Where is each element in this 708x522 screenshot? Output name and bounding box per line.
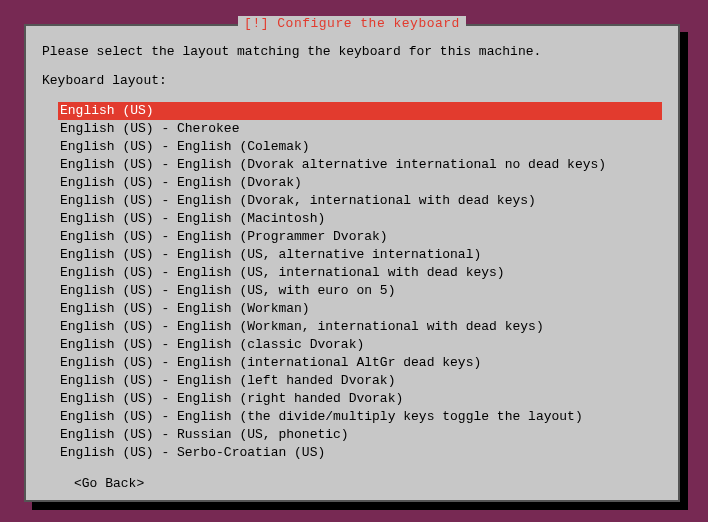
layout-option[interactable]: English (US) - English (international Al… xyxy=(58,354,662,372)
configure-keyboard-dialog: [!] Configure the keyboard Please select… xyxy=(24,24,680,502)
layout-option[interactable]: English (US) - Cherokee xyxy=(58,120,662,138)
layout-option[interactable]: English (US) - English (Dvorak, internat… xyxy=(58,192,662,210)
keyboard-layout-list[interactable]: English (US)English (US) - CherokeeEngli… xyxy=(58,102,662,462)
layout-option[interactable]: English (US) - English (Macintosh) xyxy=(58,210,662,228)
go-back-button[interactable]: <Go Back> xyxy=(74,476,662,491)
dialog-prompt: Please select the layout matching the ke… xyxy=(42,44,662,59)
layout-option[interactable]: English (US) - English (right handed Dvo… xyxy=(58,390,662,408)
dialog-title: [!] Configure the keyboard xyxy=(238,16,466,31)
layout-option[interactable]: English (US) - Russian (US, phonetic) xyxy=(58,426,662,444)
layout-option[interactable]: English (US) - English (Workman) xyxy=(58,300,662,318)
layout-option[interactable]: English (US) - English (the divide/multi… xyxy=(58,408,662,426)
layout-option[interactable]: English (US) - English (Colemak) xyxy=(58,138,662,156)
layout-option[interactable]: English (US) - Serbo-Croatian (US) xyxy=(58,444,662,462)
layout-option[interactable]: English (US) - English (US, with euro on… xyxy=(58,282,662,300)
layout-option[interactable]: English (US) - English (classic Dvorak) xyxy=(58,336,662,354)
layout-option[interactable]: English (US) - English (US, alternative … xyxy=(58,246,662,264)
dialog-title-wrap: [!] Configure the keyboard xyxy=(26,16,678,31)
layout-option[interactable]: English (US) - English (US, internationa… xyxy=(58,264,662,282)
keyboard-layout-label: Keyboard layout: xyxy=(42,73,662,88)
layout-option[interactable]: English (US) xyxy=(58,102,662,120)
layout-option[interactable]: English (US) - English (Dvorak alternati… xyxy=(58,156,662,174)
layout-option[interactable]: English (US) - English (left handed Dvor… xyxy=(58,372,662,390)
layout-option[interactable]: English (US) - English (Programmer Dvora… xyxy=(58,228,662,246)
layout-option[interactable]: English (US) - English (Workman, interna… xyxy=(58,318,662,336)
layout-option[interactable]: English (US) - English (Dvorak) xyxy=(58,174,662,192)
